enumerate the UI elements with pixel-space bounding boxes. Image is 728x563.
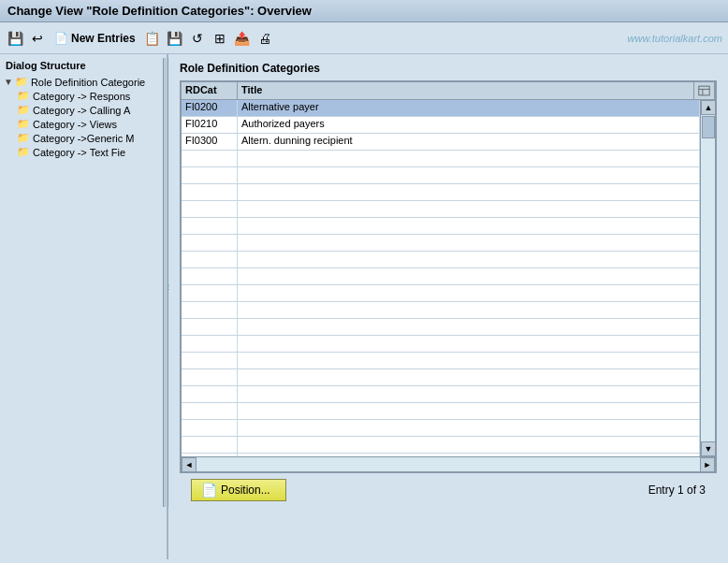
table-row-empty xyxy=(182,336,700,353)
position-label: Position... xyxy=(221,484,270,497)
cell-rdcat-2: FI0300 xyxy=(182,134,238,150)
tree-item-1[interactable]: 📁 Category -> Calling A xyxy=(0,103,167,117)
table-row-empty xyxy=(182,319,700,336)
main-content: Dialog Structure ▼ 📁 Role Definition Cat… xyxy=(0,54,728,559)
tree-item-0[interactable]: 📁 Category -> Respons xyxy=(0,89,167,103)
table-row-empty xyxy=(182,420,700,437)
folder-icon: 📁 xyxy=(17,132,30,144)
cell-title-0: Alternative payer xyxy=(238,100,700,116)
scrollbar-up-button[interactable]: ▲ xyxy=(701,100,715,115)
dialog-structure-title: Dialog Structure xyxy=(0,58,167,75)
table-row-empty xyxy=(182,437,700,454)
tree-item-3[interactable]: 📁 Category ->Generic M xyxy=(0,131,167,145)
undo-icon[interactable]: ↺ xyxy=(188,29,207,48)
new-entries-button[interactable]: 📄 New Entries xyxy=(51,31,139,46)
table-row-empty xyxy=(182,151,700,167)
footer: 📄 Position... Entry 1 of 3 xyxy=(180,473,717,507)
tree-root-label: Role Definition Categorie xyxy=(31,77,145,88)
dialog-structure-panel: Dialog Structure ▼ 📁 Role Definition Cat… xyxy=(0,54,168,559)
tree-item-root[interactable]: ▼ 📁 Role Definition Categorie xyxy=(0,75,167,89)
table-row[interactable]: FI0210 Authorized payers xyxy=(182,117,700,134)
title-bar: Change View "Role Definition Categories"… xyxy=(0,0,728,22)
col-header-title: Title xyxy=(238,82,694,99)
table-row[interactable]: FI0200 Alternative payer xyxy=(182,100,700,117)
expand-icon: ▼ xyxy=(4,77,13,87)
table-body: FI0200 Alternative payer FI0210 Authoriz… xyxy=(182,100,715,456)
table-icon[interactable]: ⊞ xyxy=(211,29,229,48)
back-icon[interactable]: ↩ xyxy=(28,29,47,48)
vertical-scrollbar[interactable]: ▲ ▼ xyxy=(700,100,715,456)
tree-item-2[interactable]: 📁 Category -> Views xyxy=(0,117,167,131)
folder-icon: 📁 xyxy=(17,90,30,102)
tree-child-label-0: Category -> Respons xyxy=(33,91,130,102)
table-row-empty xyxy=(182,353,700,369)
position-icon: 📄 xyxy=(201,483,217,498)
copy-icon[interactable]: 📋 xyxy=(143,29,162,48)
cell-title-2: Altern. dunning recipient xyxy=(238,134,700,150)
data-table-container: RDCat Title FI0200 xyxy=(180,80,717,473)
print-icon[interactable]: 🖨 xyxy=(255,29,274,48)
column-settings-icon xyxy=(698,84,710,97)
folder-icon: 📁 xyxy=(17,104,30,116)
page-title: Change View "Role Definition Categories"… xyxy=(7,4,312,18)
position-button[interactable]: 📄 Position... xyxy=(191,479,286,501)
scrollbar-right-button[interactable]: ► xyxy=(700,457,715,472)
h-scrollbar-track xyxy=(197,457,700,471)
export-icon[interactable]: 📤 xyxy=(233,29,252,48)
col-header-rdcat: RDCat xyxy=(182,82,238,99)
table-header: RDCat Title xyxy=(182,82,715,100)
table-row-empty xyxy=(182,403,700,420)
panel-title: Role Definition Categories xyxy=(180,62,717,75)
table-row-empty xyxy=(182,302,700,319)
watermark: www.tutorialkart.com xyxy=(628,33,722,44)
scrollbar-track xyxy=(701,115,715,441)
table-row-empty xyxy=(182,386,700,403)
table-row-empty xyxy=(182,235,700,252)
tree-child-label-3: Category ->Generic M xyxy=(33,133,135,144)
table-row-empty xyxy=(182,201,700,218)
horizontal-scrollbar: ◄ ► xyxy=(182,456,715,471)
resize-handle[interactable]: ⋮ xyxy=(163,58,168,507)
table-row-empty xyxy=(182,285,700,302)
table-row-empty xyxy=(182,184,700,201)
table-row[interactable]: FI0300 Altern. dunning recipient xyxy=(182,134,700,151)
scrollbar-left-button[interactable]: ◄ xyxy=(182,457,197,472)
toolbar: 💾 ↩ 📄 New Entries 📋 💾 ↺ ⊞ 📤 🖨 www.tutori… xyxy=(0,22,728,54)
table-row-empty xyxy=(182,268,700,285)
scrollbar-down-button[interactable]: ▼ xyxy=(701,441,715,456)
cell-title-1: Authorized payers xyxy=(238,117,700,133)
new-entries-label: New Entries xyxy=(71,32,136,45)
table-row-empty xyxy=(182,252,700,268)
entry-count: Entry 1 of 3 xyxy=(648,484,706,497)
tree-child-label-2: Category -> Views xyxy=(33,119,117,130)
svg-rect-0 xyxy=(699,86,709,95)
table-row-empty xyxy=(182,369,700,386)
table-rows: FI0200 Alternative payer FI0210 Authoriz… xyxy=(182,100,700,456)
scrollbar-thumb[interactable] xyxy=(702,116,715,138)
table-row-empty xyxy=(182,218,700,235)
save2-icon[interactable]: 💾 xyxy=(166,29,184,48)
tree-item-4[interactable]: 📁 Category -> Text Fie xyxy=(0,145,167,159)
resize-dots: ⋮ xyxy=(165,282,168,291)
cell-rdcat-1: FI0210 xyxy=(182,117,238,133)
new-entries-icon: 📄 xyxy=(54,32,68,45)
cell-rdcat-0: FI0200 xyxy=(182,100,238,116)
folder-icon: 📁 xyxy=(15,76,28,88)
col-header-icon[interactable] xyxy=(694,82,715,99)
right-panel: Role Definition Categories RDCat Title xyxy=(168,54,728,559)
folder-icon: 📁 xyxy=(17,146,30,158)
tree-child-label-1: Category -> Calling A xyxy=(33,105,130,116)
tree-child-label-4: Category -> Text Fie xyxy=(33,147,125,158)
table-row-empty xyxy=(182,167,700,184)
folder-icon: 📁 xyxy=(17,118,30,130)
save-icon[interactable]: 💾 xyxy=(6,29,24,48)
